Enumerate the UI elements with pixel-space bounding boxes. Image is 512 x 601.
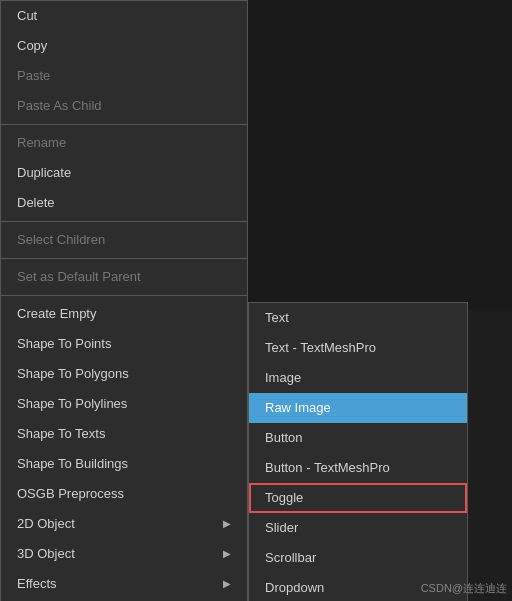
menu-item-label-3d-object: 3D Object <box>17 543 75 565</box>
submenu-item-label-dropdown: Dropdown <box>265 577 324 599</box>
menu-item-label-rename: Rename <box>17 132 66 154</box>
submenu-item-label-slider: Slider <box>265 517 298 539</box>
menu-item-select-children: Select Children <box>1 225 247 255</box>
menu-separator <box>1 221 247 222</box>
menu-item-label-paste-as-child: Paste As Child <box>17 95 102 117</box>
menu-item-duplicate[interactable]: Duplicate <box>1 158 247 188</box>
menu-item-label-cut: Cut <box>17 5 37 27</box>
menu-item-label-create-empty: Create Empty <box>17 303 96 325</box>
submenu-arrow-icon: ▶ <box>223 573 231 595</box>
menu-item-label-paste: Paste <box>17 65 50 87</box>
submenu-item-image[interactable]: Image <box>249 363 467 393</box>
submenu-item-label-raw-image: Raw Image <box>265 397 331 419</box>
submenu-item-scrollbar[interactable]: Scrollbar <box>249 543 467 573</box>
menu-item-label-duplicate: Duplicate <box>17 162 71 184</box>
menu-item-label-shape-to-polygons: Shape To Polygons <box>17 363 129 385</box>
menu-item-shape-to-texts[interactable]: Shape To Texts <box>1 419 247 449</box>
menu-item-cut[interactable]: Cut <box>1 1 247 31</box>
menu-item-delete[interactable]: Delete <box>1 188 247 218</box>
menu-item-rename: Rename <box>1 128 247 158</box>
menu-item-3d-object[interactable]: 3D Object▶ <box>1 539 247 569</box>
menu-item-label-shape-to-texts: Shape To Texts <box>17 423 105 445</box>
menu-item-shape-to-buildings[interactable]: Shape To Buildings <box>1 449 247 479</box>
submenu-arrow-icon: ▶ <box>223 513 231 535</box>
menu-item-2d-object[interactable]: 2D Object▶ <box>1 509 247 539</box>
menu-item-label-set-default-parent: Set as Default Parent <box>17 266 141 288</box>
menu-item-label-effects: Effects <box>17 573 57 595</box>
menu-item-set-default-parent: Set as Default Parent <box>1 262 247 292</box>
menu-item-label-shape-to-points: Shape To Points <box>17 333 111 355</box>
menu-item-paste-as-child: Paste As Child <box>1 91 247 121</box>
submenu-item-label-button-mesh-pro: Button - TextMeshPro <box>265 457 390 479</box>
menu-item-effects[interactable]: Effects▶ <box>1 569 247 599</box>
menu-item-label-2d-object: 2D Object <box>17 513 75 535</box>
menu-item-label-copy: Copy <box>17 35 47 57</box>
submenu-item-label-scrollbar: Scrollbar <box>265 547 316 569</box>
submenu: TextText - TextMeshProImageRaw ImageButt… <box>248 302 468 601</box>
submenu-arrow-icon: ▶ <box>223 543 231 565</box>
menu-item-shape-to-polygons[interactable]: Shape To Polygons <box>1 359 247 389</box>
submenu-item-text[interactable]: Text <box>249 303 467 333</box>
menu-separator <box>1 258 247 259</box>
watermark: CSDN@连连迪连 <box>421 581 507 596</box>
submenu-item-label-image: Image <box>265 367 301 389</box>
submenu-item-button-mesh-pro[interactable]: Button - TextMeshPro <box>249 453 467 483</box>
context-menu: CutCopyPastePaste As ChildRenameDuplicat… <box>0 0 248 601</box>
submenu-item-label-text-mesh-pro: Text - TextMeshPro <box>265 337 376 359</box>
menu-item-paste: Paste <box>1 61 247 91</box>
menu-item-shape-to-points[interactable]: Shape To Points <box>1 329 247 359</box>
menu-item-label-osgb-preprocess: OSGB Preprocess <box>17 483 124 505</box>
submenu-item-text-mesh-pro[interactable]: Text - TextMeshPro <box>249 333 467 363</box>
submenu-item-toggle[interactable]: Toggle <box>249 483 467 513</box>
submenu-item-button[interactable]: Button <box>249 423 467 453</box>
submenu-item-slider[interactable]: Slider <box>249 513 467 543</box>
menu-separator <box>1 124 247 125</box>
submenu-item-label-button: Button <box>265 427 303 449</box>
menu-item-label-shape-to-buildings: Shape To Buildings <box>17 453 128 475</box>
submenu-item-label-text: Text <box>265 307 289 329</box>
menu-item-create-empty[interactable]: Create Empty <box>1 299 247 329</box>
menu-item-label-shape-to-polylines: Shape To Polylines <box>17 393 127 415</box>
menu-item-shape-to-polylines[interactable]: Shape To Polylines <box>1 389 247 419</box>
submenu-item-raw-image[interactable]: Raw Image <box>249 393 467 423</box>
menu-item-label-select-children: Select Children <box>17 229 105 251</box>
menu-item-copy[interactable]: Copy <box>1 31 247 61</box>
menu-item-osgb-preprocess[interactable]: OSGB Preprocess <box>1 479 247 509</box>
menu-item-label-delete: Delete <box>17 192 55 214</box>
submenu-item-label-toggle: Toggle <box>265 487 303 509</box>
menu-separator <box>1 295 247 296</box>
